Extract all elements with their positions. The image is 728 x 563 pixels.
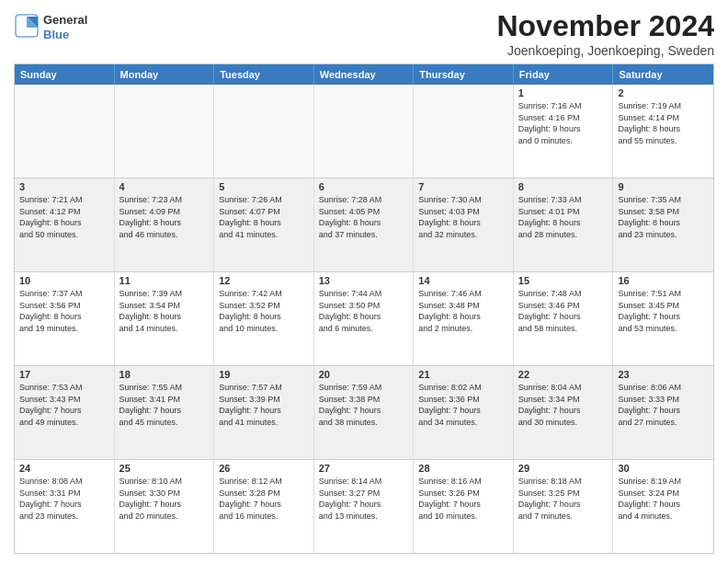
calendar-cell: [214, 85, 314, 178]
day-number: 19: [219, 369, 309, 380]
calendar-cell: [414, 85, 514, 178]
day-info: Sunrise: 7:26 AMSunset: 4:07 PMDaylight:…: [219, 194, 309, 240]
calendar-cell: 28Sunrise: 8:16 AMSunset: 3:26 PMDayligh…: [414, 460, 514, 553]
calendar-cell: 18Sunrise: 7:55 AMSunset: 3:41 PMDayligh…: [115, 366, 215, 459]
calendar-cell: [115, 85, 215, 178]
calendar-cell: 5Sunrise: 7:26 AMSunset: 4:07 PMDaylight…: [214, 178, 314, 271]
day-number: 29: [518, 463, 609, 474]
day-number: 6: [319, 181, 409, 192]
title-block: November 2024 Joenkoeping, Joenkoeping, …: [496, 9, 714, 58]
header: General Blue November 2024 Joenkoeping, …: [14, 9, 714, 58]
calendar-cell: 13Sunrise: 7:44 AMSunset: 3:50 PMDayligh…: [314, 272, 415, 365]
day-number: 16: [618, 275, 709, 286]
day-number: 25: [119, 463, 210, 474]
day-info: Sunrise: 7:53 AMSunset: 3:43 PMDaylight:…: [19, 382, 109, 428]
calendar-cell: 30Sunrise: 8:19 AMSunset: 3:24 PMDayligh…: [613, 460, 713, 553]
day-info: Sunrise: 7:28 AMSunset: 4:05 PMDaylight:…: [319, 194, 409, 240]
calendar-cell: 27Sunrise: 8:14 AMSunset: 3:27 PMDayligh…: [314, 460, 415, 553]
logo-icon: [14, 13, 40, 42]
calendar-cell: 26Sunrise: 8:12 AMSunset: 3:28 PMDayligh…: [214, 460, 314, 553]
day-info: Sunrise: 8:16 AMSunset: 3:26 PMDaylight:…: [418, 476, 508, 522]
calendar-cell: 19Sunrise: 7:57 AMSunset: 3:39 PMDayligh…: [214, 366, 314, 459]
logo-text: General Blue: [43, 13, 87, 41]
calendar-cell: 1Sunrise: 7:16 AMSunset: 4:16 PMDaylight…: [514, 85, 614, 178]
day-info: Sunrise: 7:21 AMSunset: 4:12 PMDaylight:…: [19, 194, 109, 240]
weekday-header-sunday: Sunday: [15, 64, 115, 85]
calendar-cell: 15Sunrise: 7:48 AMSunset: 3:46 PMDayligh…: [514, 272, 614, 365]
day-info: Sunrise: 8:04 AMSunset: 3:34 PMDaylight:…: [518, 382, 609, 428]
day-info: Sunrise: 8:08 AMSunset: 3:31 PMDaylight:…: [19, 476, 109, 522]
calendar-body: 1Sunrise: 7:16 AMSunset: 4:16 PMDaylight…: [15, 85, 713, 553]
day-info: Sunrise: 7:35 AMSunset: 3:58 PMDaylight:…: [618, 194, 709, 240]
day-info: Sunrise: 7:23 AMSunset: 4:09 PMDaylight:…: [119, 194, 210, 240]
day-number: 7: [418, 181, 508, 192]
day-number: 2: [618, 87, 709, 98]
day-info: Sunrise: 7:19 AMSunset: 4:14 PMDaylight:…: [618, 100, 709, 146]
day-info: Sunrise: 7:55 AMSunset: 3:41 PMDaylight:…: [119, 382, 210, 428]
day-number: 14: [418, 275, 508, 286]
day-info: Sunrise: 7:44 AMSunset: 3:50 PMDaylight:…: [319, 288, 409, 334]
calendar-cell: 16Sunrise: 7:51 AMSunset: 3:45 PMDayligh…: [613, 272, 713, 365]
day-number: 22: [518, 369, 609, 380]
day-info: Sunrise: 7:16 AMSunset: 4:16 PMDaylight:…: [518, 100, 609, 146]
calendar-cell: 24Sunrise: 8:08 AMSunset: 3:31 PMDayligh…: [15, 460, 115, 553]
calendar-cell: 6Sunrise: 7:28 AMSunset: 4:05 PMDaylight…: [314, 178, 415, 271]
day-number: 24: [19, 463, 109, 474]
calendar-cell: 7Sunrise: 7:30 AMSunset: 4:03 PMDaylight…: [414, 178, 514, 271]
day-number: 21: [418, 369, 508, 380]
weekday-header-wednesday: Wednesday: [314, 64, 415, 85]
day-number: 17: [19, 369, 109, 380]
day-info: Sunrise: 7:57 AMSunset: 3:39 PMDaylight:…: [219, 382, 309, 428]
day-info: Sunrise: 8:18 AMSunset: 3:25 PMDaylight:…: [518, 476, 609, 522]
day-number: 15: [518, 275, 609, 286]
day-number: 26: [219, 463, 309, 474]
day-number: 20: [319, 369, 409, 380]
day-info: Sunrise: 8:14 AMSunset: 3:27 PMDaylight:…: [319, 476, 409, 522]
day-info: Sunrise: 7:48 AMSunset: 3:46 PMDaylight:…: [518, 288, 609, 334]
day-number: 10: [19, 275, 109, 286]
day-number: 12: [219, 275, 309, 286]
day-info: Sunrise: 7:51 AMSunset: 3:45 PMDaylight:…: [618, 288, 709, 334]
day-info: Sunrise: 8:02 AMSunset: 3:36 PMDaylight:…: [418, 382, 508, 428]
calendar-cell: 20Sunrise: 7:59 AMSunset: 3:38 PMDayligh…: [314, 366, 415, 459]
calendar-cell: 21Sunrise: 8:02 AMSunset: 3:36 PMDayligh…: [414, 366, 514, 459]
day-info: Sunrise: 7:30 AMSunset: 4:03 PMDaylight:…: [418, 194, 508, 240]
calendar-cell: 17Sunrise: 7:53 AMSunset: 3:43 PMDayligh…: [15, 366, 115, 459]
calendar-cell: 25Sunrise: 8:10 AMSunset: 3:30 PMDayligh…: [115, 460, 215, 553]
day-info: Sunrise: 7:37 AMSunset: 3:56 PMDaylight:…: [19, 288, 109, 334]
weekday-header-saturday: Saturday: [613, 64, 713, 85]
weekday-header-friday: Friday: [514, 64, 614, 85]
day-info: Sunrise: 8:06 AMSunset: 3:33 PMDaylight:…: [618, 382, 709, 428]
day-info: Sunrise: 8:10 AMSunset: 3:30 PMDaylight:…: [119, 476, 210, 522]
calendar-week-2: 3Sunrise: 7:21 AMSunset: 4:12 PMDaylight…: [15, 178, 713, 272]
calendar-cell: 14Sunrise: 7:46 AMSunset: 3:48 PMDayligh…: [414, 272, 514, 365]
calendar-cell: 11Sunrise: 7:39 AMSunset: 3:54 PMDayligh…: [115, 272, 215, 365]
weekday-header-thursday: Thursday: [414, 64, 514, 85]
calendar-cell: 12Sunrise: 7:42 AMSunset: 3:52 PMDayligh…: [214, 272, 314, 365]
calendar-cell: 22Sunrise: 8:04 AMSunset: 3:34 PMDayligh…: [514, 366, 614, 459]
logo: General Blue: [14, 13, 87, 42]
location-subtitle: Joenkoeping, Joenkoeping, Sweden: [496, 43, 714, 58]
calendar-cell: [314, 85, 415, 178]
day-number: 8: [518, 181, 609, 192]
page: General Blue November 2024 Joenkoeping, …: [0, 0, 728, 563]
day-number: 9: [618, 181, 709, 192]
calendar-cell: 29Sunrise: 8:18 AMSunset: 3:25 PMDayligh…: [514, 460, 614, 553]
calendar-cell: 4Sunrise: 7:23 AMSunset: 4:09 PMDaylight…: [115, 178, 215, 271]
calendar-cell: [15, 85, 115, 178]
day-info: Sunrise: 7:59 AMSunset: 3:38 PMDaylight:…: [319, 382, 409, 428]
calendar-cell: 2Sunrise: 7:19 AMSunset: 4:14 PMDaylight…: [613, 85, 713, 178]
calendar-week-4: 17Sunrise: 7:53 AMSunset: 3:43 PMDayligh…: [15, 366, 713, 460]
calendar: SundayMondayTuesdayWednesdayThursdayFrid…: [14, 63, 714, 554]
calendar-cell: 10Sunrise: 7:37 AMSunset: 3:56 PMDayligh…: [15, 272, 115, 365]
day-number: 28: [418, 463, 508, 474]
day-number: 30: [618, 463, 709, 474]
day-info: Sunrise: 7:42 AMSunset: 3:52 PMDaylight:…: [219, 288, 309, 334]
day-number: 13: [319, 275, 409, 286]
calendar-cell: 3Sunrise: 7:21 AMSunset: 4:12 PMDaylight…: [15, 178, 115, 271]
weekday-header-tuesday: Tuesday: [214, 64, 314, 85]
day-number: 11: [119, 275, 210, 286]
calendar-cell: 23Sunrise: 8:06 AMSunset: 3:33 PMDayligh…: [613, 366, 713, 459]
day-number: 1: [518, 87, 609, 98]
day-number: 4: [119, 181, 210, 192]
